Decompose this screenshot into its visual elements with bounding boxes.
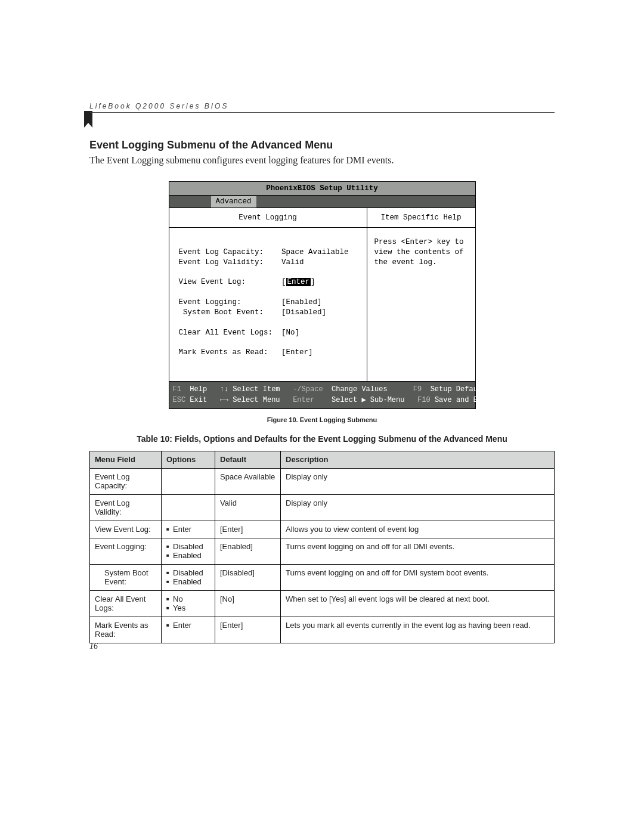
option-item: Enabled xyxy=(166,577,210,586)
cell-description: Turns event logging on and off for DMI s… xyxy=(281,564,555,590)
bios-left-heading: Event Logging xyxy=(169,208,367,228)
table-row: Clear All Event Logs:NoYes[No]When set t… xyxy=(90,590,555,617)
option-item: Enter xyxy=(166,621,210,630)
table-title: Table 10: Fields, Options and Defaults f… xyxy=(89,434,555,444)
field-view-value: Enter xyxy=(286,278,311,286)
field-mark-label: Mark Events as Read: xyxy=(179,348,268,357)
cell-field: System Boot Event: xyxy=(90,564,162,590)
cell-default: [Disabled] xyxy=(215,564,281,590)
field-view-label: View Event Log: xyxy=(179,278,246,286)
table-head-row: Menu Field Options Default Description xyxy=(90,451,555,468)
bios-menu-bar: Advanced xyxy=(169,196,475,208)
col-header-options: Options xyxy=(162,451,215,468)
col-header-default: Default xyxy=(215,451,281,468)
option-item: No xyxy=(166,594,210,603)
field-validity-value: Valid xyxy=(281,258,304,267)
cell-options xyxy=(162,494,215,521)
cell-field: View Event Log: xyxy=(90,521,162,538)
cell-field: Clear All Event Logs: xyxy=(90,590,162,617)
running-header: LifeBook Q2000 Series BIOS xyxy=(89,100,555,113)
field-validity-label: Event Log Validity: xyxy=(179,258,264,267)
cell-field: Event Log Capacity: xyxy=(90,468,162,494)
cell-default: [No] xyxy=(215,590,281,617)
page-number: 16 xyxy=(89,642,98,651)
option-item: Disabled xyxy=(166,542,210,551)
option-item: Yes xyxy=(166,603,210,612)
field-boot-value: [Disabled] xyxy=(281,308,326,317)
cell-description: Display only xyxy=(281,494,555,521)
cell-options: Enter xyxy=(162,617,215,643)
bios-active-tab: Advanced xyxy=(211,196,256,208)
cell-field: Event Logging: xyxy=(90,538,162,564)
table-row: System Boot Event:DisabledEnabled[Disabl… xyxy=(90,564,555,590)
cell-field: Event Log Validity: xyxy=(90,494,162,521)
cell-description: Turns event logging on and off for all D… xyxy=(281,538,555,564)
table-row: View Event Log:Enter[Enter]Allows you to… xyxy=(90,521,555,538)
cell-description: Allows you to view content of event log xyxy=(281,521,555,538)
cell-default: [Enter] xyxy=(215,617,281,643)
cell-field: Mark Events as Read: xyxy=(90,617,162,643)
running-header-text: LifeBook Q2000 Series BIOS xyxy=(89,102,228,110)
field-capacity-value: Space Available xyxy=(281,248,349,256)
field-clear-label: Clear All Event Logs: xyxy=(179,329,273,337)
bios-screenshot: PhoenixBIOS Setup Utility Advanced Event… xyxy=(169,181,476,409)
table-row: Mark Events as Read:Enter[Enter]Lets you… xyxy=(90,617,555,643)
col-header-description: Description xyxy=(281,451,555,468)
col-header-field: Menu Field xyxy=(90,451,162,468)
cell-description: When set to [Yes] all event logs will be… xyxy=(281,590,555,617)
options-table: Menu Field Options Default Description E… xyxy=(89,451,555,643)
figure-caption: Figure 10. Event Logging Submenu xyxy=(89,416,555,423)
intro-paragraph: The Event Logging submenu configures eve… xyxy=(89,155,555,166)
field-boot-label: System Boot Event: xyxy=(183,308,264,317)
bios-help-text: Press <Enter> key to view the contents o… xyxy=(367,228,475,381)
bios-field-list: Event Log Capacity: Space Available Even… xyxy=(169,228,367,381)
cell-options: Enter xyxy=(162,521,215,538)
field-clear-value: [No] xyxy=(281,329,299,337)
bios-right-heading: Item Specific Help xyxy=(367,208,475,228)
bios-left-panel: Event Logging Event Log Capacity: Space … xyxy=(169,208,367,381)
option-item: Enter xyxy=(166,525,210,534)
cell-options xyxy=(162,468,215,494)
document-page: LifeBook Q2000 Series BIOS Event Logging… xyxy=(89,100,555,643)
option-item: Disabled xyxy=(166,568,210,577)
field-logging-value: [Enabled] xyxy=(281,298,322,306)
cell-description: Display only xyxy=(281,468,555,494)
field-logging-label: Event Logging: xyxy=(179,298,242,306)
bios-right-panel: Item Specific Help Press <Enter> key to … xyxy=(367,208,475,381)
bios-title-bar: PhoenixBIOS Setup Utility xyxy=(169,182,475,196)
table-row: Event Log Validity:ValidDisplay only xyxy=(90,494,555,521)
cell-options: DisabledEnabled xyxy=(162,538,215,564)
cell-default: Valid xyxy=(215,494,281,521)
cell-default: [Enabled] xyxy=(215,538,281,564)
option-item: Enabled xyxy=(166,551,210,560)
cell-options: DisabledEnabled xyxy=(162,564,215,590)
table-row: Event Log Capacity:Space AvailableDispla… xyxy=(90,468,555,494)
section-title: Event Logging Submenu of the Advanced Me… xyxy=(89,139,555,151)
field-capacity-label: Event Log Capacity: xyxy=(179,248,264,256)
field-mark-value: [Enter] xyxy=(281,348,313,357)
cell-options: NoYes xyxy=(162,590,215,617)
cell-description: Lets you mark all events currently in th… xyxy=(281,617,555,643)
cell-default: Space Available xyxy=(215,468,281,494)
bios-footer: F1 Help ↑↓ Select Item -/Space Change Va… xyxy=(169,382,475,408)
cell-default: [Enter] xyxy=(215,521,281,538)
table-row: Event Logging:DisabledEnabled[Enabled]Tu… xyxy=(90,538,555,564)
